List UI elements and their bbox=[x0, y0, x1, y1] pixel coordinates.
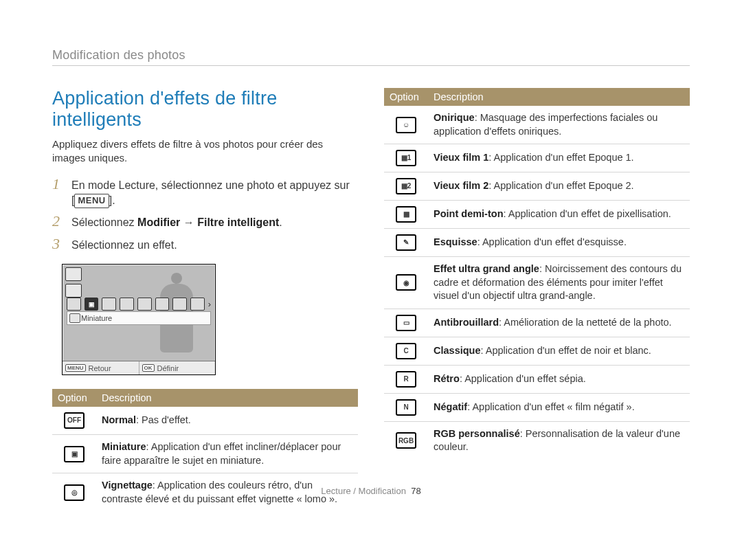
option-description-cell: RGB personnalisé: Personnalisation de la… bbox=[428, 421, 690, 460]
lcd-icon bbox=[155, 298, 170, 311]
option-description: : Application d'un effet sépia. bbox=[460, 373, 586, 384]
step-2-filter: Filtre intelligent bbox=[197, 216, 279, 228]
table-header-row: Option Description bbox=[384, 88, 690, 106]
option-description-cell: Miniature: Application d'un effet inclin… bbox=[96, 435, 358, 473]
option-icon-cell: ✎ bbox=[384, 229, 428, 257]
lcd-filter-row: ▣ › bbox=[67, 298, 211, 311]
option-description-cell: Onirique: Masquage des imperfections fac… bbox=[428, 106, 690, 144]
menu-key-icon: MENU bbox=[65, 364, 86, 372]
lcd-icon-active: ▣ bbox=[85, 298, 99, 311]
table-row: ✎Esquisse: Application d'un effet d'esqu… bbox=[384, 229, 690, 257]
lcd-icon bbox=[65, 284, 82, 298]
table-row: ◉Effet ultra grand angle: Noircissement … bbox=[384, 257, 690, 309]
lcd-row-label: Miniature bbox=[67, 311, 211, 325]
option-glyph-icon: ✎ bbox=[396, 234, 416, 251]
left-column: Application d'effets de filtre intellige… bbox=[52, 88, 358, 511]
lcd-back-label: Retour bbox=[89, 364, 111, 372]
th-description: Description bbox=[96, 389, 358, 407]
option-icon-cell: ▦2 bbox=[384, 172, 428, 201]
option-icon-cell: ▭ bbox=[384, 309, 428, 337]
table-header-row: Option Description bbox=[52, 389, 358, 407]
lcd-icon bbox=[172, 298, 187, 311]
option-icon-cell: ☺ bbox=[384, 106, 428, 144]
step-2: Sélectionnez Modifier → Filtre intellige… bbox=[52, 215, 358, 230]
two-column-layout: Application d'effets de filtre intellige… bbox=[52, 88, 690, 511]
table-row: ▦2Vieux film 2: Application d'un effet E… bbox=[384, 172, 690, 201]
manual-page: Modification des photos Application d'ef… bbox=[0, 0, 742, 511]
lcd-ok: OK Définir bbox=[139, 361, 216, 374]
section-title: Application d'effets de filtre intellige… bbox=[52, 88, 358, 131]
option-glyph-icon: R bbox=[396, 371, 416, 388]
table-row: ▩Point demi-ton: Application d'un effet … bbox=[384, 201, 690, 229]
lcd-icon bbox=[102, 298, 116, 311]
option-description-cell: Normal: Pas d'effet. bbox=[96, 407, 358, 435]
breadcrumb: Modification des photos bbox=[52, 48, 690, 63]
option-icon-cell: ▩ bbox=[384, 201, 428, 229]
lcd-ok-label: Définir bbox=[157, 364, 179, 372]
option-name: Négatif bbox=[434, 401, 467, 412]
option-name: RGB personnalisé bbox=[434, 428, 520, 439]
option-glyph-icon: ◉ bbox=[396, 274, 416, 291]
right-column: Option Description ☺Onirique: Masquage d… bbox=[384, 88, 690, 511]
lcd-icon bbox=[120, 298, 134, 311]
page-number: 78 bbox=[411, 486, 420, 496]
option-icon-cell: RGB bbox=[384, 421, 428, 460]
lcd-bottom-bar: MENU Retour OK Définir bbox=[63, 361, 215, 374]
lcd-arrow-icon: › bbox=[208, 299, 211, 309]
step-1-text-a: En mode Lecture, sélectionnez une photo … bbox=[71, 179, 350, 191]
option-glyph-icon: ▩ bbox=[396, 206, 416, 223]
option-glyph-icon: ▣ bbox=[64, 446, 85, 462]
option-icon-cell: C bbox=[384, 337, 428, 365]
option-name: Esquisse bbox=[434, 236, 477, 247]
step-1: En mode Lecture, sélectionnez une photo … bbox=[52, 178, 358, 209]
option-description-cell: Négatif: Application d'un effet « film n… bbox=[428, 393, 690, 421]
option-description-cell: Classique: Application d'un effet de noi… bbox=[428, 337, 690, 365]
option-description-cell: Vieux film 1: Application d'un effet Epo… bbox=[428, 144, 690, 172]
option-description-cell: Esquisse: Application d'un effet d'esqui… bbox=[428, 229, 690, 257]
option-description: : Application d'un effet de pixellisatio… bbox=[504, 208, 671, 219]
steps-list: En mode Lecture, sélectionnez une photo … bbox=[52, 178, 358, 254]
option-description: : Application d'un effet Epoque 2. bbox=[488, 180, 633, 191]
th-description: Description bbox=[428, 88, 690, 106]
divider bbox=[52, 65, 690, 66]
option-glyph-icon: ▭ bbox=[396, 315, 416, 331]
arrow-icon: → bbox=[180, 216, 197, 228]
table-row: CClassique: Application d'un effet de no… bbox=[384, 337, 690, 365]
option-name: Miniature bbox=[102, 441, 146, 452]
lcd-row-label-text: Miniature bbox=[81, 314, 112, 322]
option-name: Normal bbox=[102, 414, 136, 425]
th-option: Option bbox=[384, 88, 428, 106]
step-2-text-a: Sélectionnez bbox=[71, 216, 137, 228]
table-row: NNégatif: Application d'un effet « film … bbox=[384, 393, 690, 421]
option-description: : Application d'un effet « film négatif … bbox=[467, 401, 635, 412]
option-icon-cell: R bbox=[384, 365, 428, 393]
option-description: : Amélioration de la netteté de la photo… bbox=[499, 317, 672, 328]
option-glyph-icon: RGB bbox=[396, 432, 416, 449]
option-name: Point demi-ton bbox=[434, 208, 504, 219]
option-description-cell: Antibrouillard: Amélioration de la nette… bbox=[428, 309, 690, 337]
option-name: Onirique bbox=[434, 112, 475, 123]
step-3-text: Sélectionnez un effet. bbox=[71, 238, 177, 253]
option-description-cell: Point demi-ton: Application d'un effet d… bbox=[428, 201, 690, 229]
table-row: ▣Miniature: Application d'un effet incli… bbox=[52, 435, 358, 473]
lcd-preview: ▣ › Miniature MENU Retour bbox=[62, 264, 216, 375]
option-icon-cell: OFF bbox=[52, 407, 96, 435]
lcd-icon bbox=[190, 298, 205, 311]
option-icon-cell: ▦1 bbox=[384, 144, 428, 172]
option-icon-cell: ◉ bbox=[384, 257, 428, 309]
option-glyph-icon: ☺ bbox=[396, 117, 416, 133]
option-description-cell: Rétro: Application d'un effet sépia. bbox=[428, 365, 690, 393]
option-name: Rétro bbox=[434, 373, 460, 384]
bracket-close: ]. bbox=[109, 194, 115, 206]
option-name: Vieux film 1 bbox=[434, 152, 488, 163]
option-glyph-icon: N bbox=[396, 399, 416, 416]
option-description: : Application d'un effet Epoque 1. bbox=[488, 152, 633, 163]
step-3: Sélectionnez un effet. bbox=[52, 238, 358, 253]
ok-key-icon: OK bbox=[142, 364, 155, 372]
option-icon-cell: ▣ bbox=[52, 435, 96, 473]
option-glyph-icon: ▦1 bbox=[396, 150, 416, 166]
table-row: ☺Onirique: Masquage des imperfections fa… bbox=[384, 106, 690, 144]
table-row: RGBRGB personnalisé: Personnalisation de… bbox=[384, 421, 690, 460]
lcd-icon bbox=[137, 298, 152, 311]
table-row: OFFNormal: Pas d'effet. bbox=[52, 407, 358, 435]
